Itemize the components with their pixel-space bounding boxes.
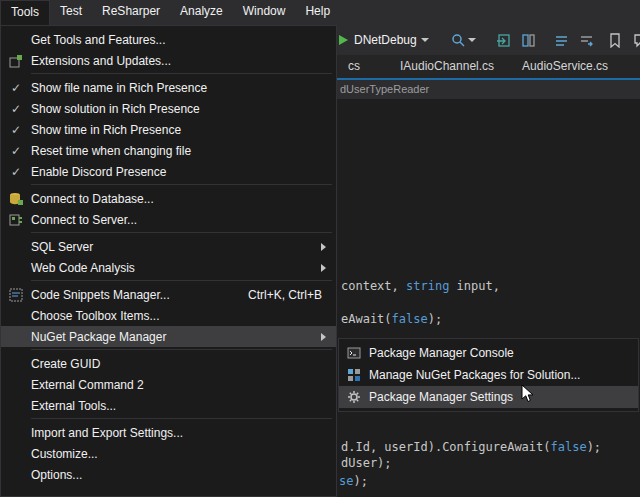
nuget-packages-icon: [339, 368, 369, 382]
database-icon: [1, 192, 31, 206]
menu-item-create-guid[interactable]: Create GUID: [1, 353, 336, 374]
code-text: dUser);: [341, 456, 392, 470]
code-keyword: false: [551, 440, 587, 454]
menu-item-label: Create GUID: [31, 357, 100, 371]
submenu-item-package-manager-settings[interactable]: Package Manager Settings: [339, 386, 638, 408]
nuget-submenu-popup: Package Manager Console Manage NuGet Pac…: [338, 338, 639, 412]
run-target-caret-icon[interactable]: [421, 38, 429, 42]
comment-icon[interactable]: [633, 31, 640, 49]
menu-item-connect-to-database[interactable]: Connect to Database...: [1, 188, 336, 209]
code-text: context,: [341, 279, 406, 293]
submenu-arrow-icon: [321, 333, 326, 341]
menu-item-label: Options...: [31, 468, 82, 482]
split-columns-icon[interactable]: [521, 31, 536, 49]
tab-iaudiochannel[interactable]: IAudioChannel.cs: [389, 55, 505, 78]
menu-item-options[interactable]: Options...: [1, 464, 336, 485]
menu-resharper[interactable]: ReSharper: [92, 0, 170, 25]
menu-item-label: Code Snippets Manager...: [31, 288, 170, 302]
menu-item-label: Show solution in Rich Presence: [31, 102, 200, 116]
menu-window[interactable]: Window: [233, 0, 296, 25]
menu-item-external-tools[interactable]: External Tools...: [1, 395, 336, 416]
menubar: Tools Test ReSharper Analyze Window Help: [0, 0, 640, 25]
menu-item-reset-time[interactable]: Reset time when changing file: [1, 140, 336, 161]
menu-item-choose-toolbox-items[interactable]: Choose Toolbox Items...: [1, 305, 336, 326]
menu-item-label: Get Tools and Features...: [31, 33, 166, 47]
menu-separator: [31, 280, 332, 281]
list-members-icon[interactable]: [554, 31, 569, 49]
menu-item-external-command-2[interactable]: External Command 2: [1, 374, 336, 395]
code-keyword: false: [392, 312, 428, 326]
menu-item-label: Extensions and Updates...: [31, 54, 171, 68]
menu-item-label: Customize...: [31, 447, 98, 461]
find-icon[interactable]: [451, 31, 466, 49]
menu-item-customize[interactable]: Customize...: [1, 443, 336, 464]
tab-partial[interactable]: cs: [337, 55, 371, 78]
submenu-arrow-icon: [321, 264, 326, 272]
menu-item-nuget-package-manager[interactable]: NuGet Package Manager: [1, 326, 336, 347]
menu-separator: [31, 349, 332, 350]
menu-item-show-time[interactable]: Show time in Rich Presence: [1, 119, 336, 140]
menu-test[interactable]: Test: [50, 0, 92, 25]
menu-item-label: Reset time when changing file: [31, 144, 191, 158]
menu-item-label: Enable Discord Presence: [31, 165, 166, 179]
code-line: context, string input,: [341, 279, 500, 293]
code-text: d.Id, userId).ConfigureAwait(: [341, 440, 551, 454]
menu-tools[interactable]: Tools: [0, 0, 50, 25]
bookmark-icon[interactable]: [608, 31, 621, 49]
submenu-item-package-manager-console[interactable]: Package Manager Console: [339, 342, 638, 364]
menu-item-web-code-analysis[interactable]: Web Code Analysis: [1, 257, 336, 278]
tools-menu-popup: Get Tools and Features... Extensions and…: [0, 25, 337, 497]
menu-item-extensions-and-updates[interactable]: Extensions and Updates...: [1, 50, 336, 71]
menu-item-label: Web Code Analysis: [31, 261, 135, 275]
submenu-item-label: Manage NuGet Packages for Solution...: [369, 368, 580, 382]
menu-separator: [31, 184, 332, 185]
checkmark-icon: [1, 81, 31, 95]
menu-item-label: Connect to Server...: [31, 213, 137, 227]
menu-item-label: Show time in Rich Presence: [31, 123, 181, 137]
checkmark-icon: [1, 123, 31, 137]
menu-item-shortcut: Ctrl+K, Ctrl+B: [248, 288, 322, 302]
run-target-label[interactable]: DNetDebug: [354, 33, 417, 47]
menu-item-label: External Tools...: [31, 399, 116, 413]
menu-separator: [31, 418, 332, 419]
menu-item-sql-server[interactable]: SQL Server: [1, 236, 336, 257]
menu-help[interactable]: Help: [295, 0, 340, 25]
gear-icon: [339, 390, 369, 404]
code-text: );: [353, 474, 367, 488]
code-text: );: [587, 440, 601, 454]
menu-item-label: External Command 2: [31, 378, 144, 392]
code-line: d.Id, userId).ConfigureAwait(false);: [341, 440, 601, 454]
menu-analyze[interactable]: Analyze: [170, 0, 233, 25]
menu-item-enable-discord-presence[interactable]: Enable Discord Presence: [1, 161, 336, 182]
code-line: eAwait(false);: [341, 312, 442, 326]
server-icon: [1, 213, 31, 227]
submenu-item-manage-nuget-packages[interactable]: Manage NuGet Packages for Solution...: [339, 364, 638, 386]
vs-window: Tools Test ReSharper Analyze Window Help…: [0, 0, 640, 497]
menu-item-label: NuGet Package Manager: [31, 330, 166, 344]
code-keyword: se: [339, 474, 353, 488]
tab-audioservice[interactable]: AudioService.cs: [511, 55, 619, 78]
menu-item-label: Choose Toolbox Items...: [31, 309, 160, 323]
code-line: dUser);: [341, 456, 392, 470]
menu-separator: [31, 73, 332, 74]
menu-item-import-export-settings[interactable]: Import and Export Settings...: [1, 422, 336, 443]
code-line: se);: [339, 474, 368, 488]
menu-item-code-snippets-manager[interactable]: Code Snippets Manager... Ctrl+K, Ctrl+B: [1, 284, 336, 305]
checkmark-icon: [1, 144, 31, 158]
mouse-cursor-icon: [521, 384, 535, 404]
list-navigate-icon[interactable]: [579, 31, 594, 49]
console-icon: [339, 346, 369, 360]
checkmark-icon: [1, 165, 31, 179]
menu-item-label: Import and Export Settings...: [31, 426, 183, 440]
checkmark-icon: [1, 102, 31, 116]
find-caret-icon[interactable]: [468, 38, 476, 42]
menu-item-label: SQL Server: [31, 240, 93, 254]
menu-item-connect-to-server[interactable]: Connect to Server...: [1, 209, 336, 230]
menu-item-show-solution[interactable]: Show solution in Rich Presence: [1, 98, 336, 119]
start-debug-icon[interactable]: [339, 35, 348, 45]
navigate-window-icon[interactable]: [496, 31, 511, 49]
code-text: );: [428, 312, 442, 326]
extensions-icon: [1, 54, 31, 68]
menu-item-get-tools-and-features[interactable]: Get Tools and Features...: [1, 29, 336, 50]
menu-item-show-file-name[interactable]: Show file name in Rich Presence: [1, 77, 336, 98]
